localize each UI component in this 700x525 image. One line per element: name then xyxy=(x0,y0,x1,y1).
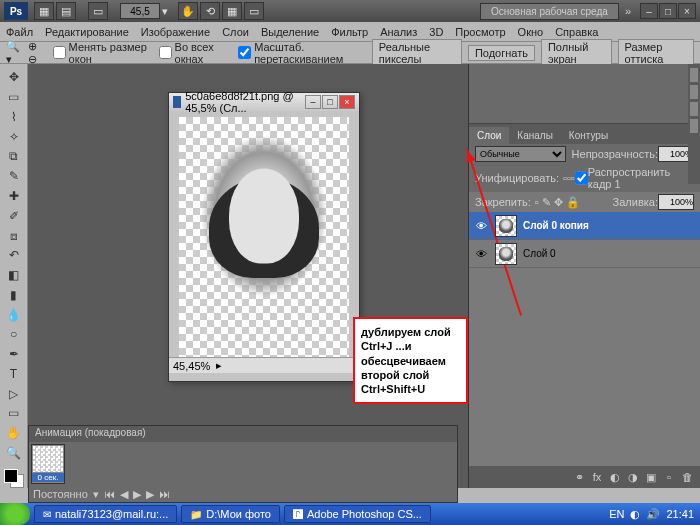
menu-view[interactable]: Просмотр xyxy=(455,26,505,38)
new-layer-icon[interactable]: ▫ xyxy=(660,471,678,483)
history-tool[interactable]: ↶ xyxy=(3,246,25,265)
play-icon[interactable]: ▶ xyxy=(133,488,141,501)
document-window[interactable]: 5c0a6e8d8f21t.png @ 45,5% (Сл... – □ × 4… xyxy=(168,92,360,382)
hand-icon[interactable]: ✋ xyxy=(178,2,198,20)
path-tool[interactable]: ▷ xyxy=(3,384,25,403)
menu-3d[interactable]: 3D xyxy=(429,26,443,38)
adjust-icon[interactable]: ◑ xyxy=(624,471,642,484)
trash-icon[interactable]: 🗑 xyxy=(678,471,696,483)
menu-window[interactable]: Окно xyxy=(518,26,544,38)
collapsed-panel[interactable] xyxy=(469,64,700,124)
gradient-tool[interactable]: ▮ xyxy=(3,285,25,304)
eraser-tool[interactable]: ◧ xyxy=(3,266,25,285)
pen-tool[interactable]: ✒ xyxy=(3,345,25,364)
menu-edit[interactable]: Редактирование xyxy=(45,26,129,38)
crop-tool[interactable]: ⧉ xyxy=(3,147,25,166)
mask-icon[interactable]: ◐ xyxy=(606,471,624,484)
print-size-button[interactable]: Размер оттиска xyxy=(618,39,694,67)
doc-close-button[interactable]: × xyxy=(339,95,355,109)
actual-pixels-button[interactable]: Реальные пикселы xyxy=(372,39,462,67)
loop-select[interactable]: Постоянно xyxy=(33,488,88,500)
folder-icon[interactable]: ▣ xyxy=(642,471,660,484)
heal-tool[interactable]: ✚ xyxy=(3,187,25,206)
type-tool[interactable]: T xyxy=(3,364,25,383)
eyedropper-tool[interactable]: ✎ xyxy=(3,167,25,186)
link-icon[interactable]: ⚭ xyxy=(570,471,588,484)
menu-help[interactable]: Справка xyxy=(555,26,598,38)
layer-name[interactable]: Слой 0 копия xyxy=(523,220,589,231)
bridge-icon[interactable]: ▦ xyxy=(34,2,54,20)
mini-bridge-icon[interactable]: ▤ xyxy=(56,2,76,20)
resize-windows-checkbox[interactable] xyxy=(53,46,66,59)
tray-icon[interactable]: 🔊 xyxy=(646,508,660,521)
propagate-checkbox[interactable] xyxy=(575,170,588,186)
menu-analysis[interactable]: Анализ xyxy=(380,26,417,38)
color-swatch[interactable] xyxy=(4,469,24,488)
wand-tool[interactable]: ✧ xyxy=(3,127,25,146)
fx-icon[interactable]: fx xyxy=(588,471,606,483)
task-item[interactable]: 🅿 Adobe Photoshop CS... xyxy=(284,505,431,523)
fullscreen-button[interactable]: Полный экран xyxy=(541,39,612,67)
move-tool[interactable]: ✥ xyxy=(3,68,25,87)
zoom-input[interactable] xyxy=(120,3,160,19)
rotate-icon[interactable]: ⟲ xyxy=(200,2,220,20)
marquee-tool[interactable]: ▭ xyxy=(3,88,25,107)
workspace-selector[interactable]: Основная рабочая среда xyxy=(480,3,619,20)
lasso-tool[interactable]: ⌇ xyxy=(3,108,25,127)
all-windows-checkbox[interactable] xyxy=(159,46,172,59)
menu-file[interactable]: Файл xyxy=(6,26,33,38)
document-titlebar[interactable]: 5c0a6e8d8f21t.png @ 45,5% (Сл... – □ × xyxy=(169,93,359,111)
minimize-button[interactable]: – xyxy=(640,3,658,19)
last-frame-icon[interactable]: ⏭ xyxy=(159,488,170,500)
dodge-tool[interactable]: ○ xyxy=(3,325,25,344)
lang-indicator[interactable]: EN xyxy=(609,508,624,520)
lock-icons[interactable]: ▫ ✎ ✥ 🔒 xyxy=(535,196,580,209)
shape-tool[interactable]: ▭ xyxy=(3,404,25,423)
tab-channels[interactable]: Каналы xyxy=(509,127,561,144)
maximize-button[interactable]: □ xyxy=(659,3,677,19)
system-tray[interactable]: EN ◐ 🔊 21:41 xyxy=(597,508,700,521)
screen-icon[interactable]: ▭ xyxy=(244,2,264,20)
first-frame-icon[interactable]: ⏮ xyxy=(104,488,115,500)
doc-minimize-button[interactable]: – xyxy=(305,95,321,109)
menu-select[interactable]: Выделение xyxy=(261,26,319,38)
tools-panel: ✥ ▭ ⌇ ✧ ⧉ ✎ ✚ ✐ ⧈ ↶ ◧ ▮ 💧 ○ ✒ T ▷ ▭ ✋ 🔍 xyxy=(0,64,28,488)
clock[interactable]: 21:41 xyxy=(666,508,694,520)
task-item[interactable]: 📁 D:\Мои фото xyxy=(181,505,280,523)
tab-paths[interactable]: Контуры xyxy=(561,127,616,144)
blur-tool[interactable]: 💧 xyxy=(3,305,25,324)
menu-filter[interactable]: Фильтр xyxy=(331,26,368,38)
tab-layers[interactable]: Слои xyxy=(469,127,509,144)
document-canvas[interactable] xyxy=(179,117,349,357)
arrange-icon[interactable]: ▦ xyxy=(222,2,242,20)
visibility-icon[interactable]: 👁 xyxy=(473,248,489,260)
next-frame-icon[interactable]: ▶ xyxy=(146,488,154,501)
prev-frame-icon[interactable]: ◀ xyxy=(120,488,128,501)
tray-icon[interactable]: ◐ xyxy=(630,508,640,521)
menu-image[interactable]: Изображение xyxy=(141,26,210,38)
stamp-tool[interactable]: ⧈ xyxy=(3,226,25,245)
fit-button[interactable]: Подогнать xyxy=(468,45,535,61)
animation-frame[interactable]: 0 сек. xyxy=(31,444,65,484)
fill-input[interactable] xyxy=(658,194,694,210)
menu-layers[interactable]: Слои xyxy=(222,26,249,38)
hand-tool[interactable]: ✋ xyxy=(3,424,25,443)
layer-row[interactable]: 👁 Слой 0 копия xyxy=(469,212,700,240)
layer-thumb[interactable] xyxy=(495,215,517,237)
layer-thumb[interactable] xyxy=(495,243,517,265)
start-button[interactable] xyxy=(0,503,30,525)
collapsed-dock[interactable] xyxy=(688,64,700,184)
zoom-tool[interactable]: 🔍 xyxy=(3,444,25,463)
scrubby-checkbox[interactable] xyxy=(238,46,251,59)
chevron-icon[interactable]: » xyxy=(625,5,631,17)
animation-panel[interactable]: Анимация (покадровая) 0 сек. Постоянно▾ … xyxy=(28,425,458,503)
extras-icon[interactable]: ▭ xyxy=(88,2,108,20)
layer-name[interactable]: Слой 0 xyxy=(523,248,556,259)
blend-mode-select[interactable]: Обычные xyxy=(475,146,566,162)
close-button[interactable]: × xyxy=(678,3,696,19)
task-item[interactable]: ✉ natali73123@mail.ru:... xyxy=(34,505,177,523)
layer-row[interactable]: 👁 Слой 0 xyxy=(469,240,700,268)
visibility-icon[interactable]: 👁 xyxy=(473,220,489,232)
brush-tool[interactable]: ✐ xyxy=(3,206,25,225)
doc-maximize-button[interactable]: □ xyxy=(322,95,338,109)
